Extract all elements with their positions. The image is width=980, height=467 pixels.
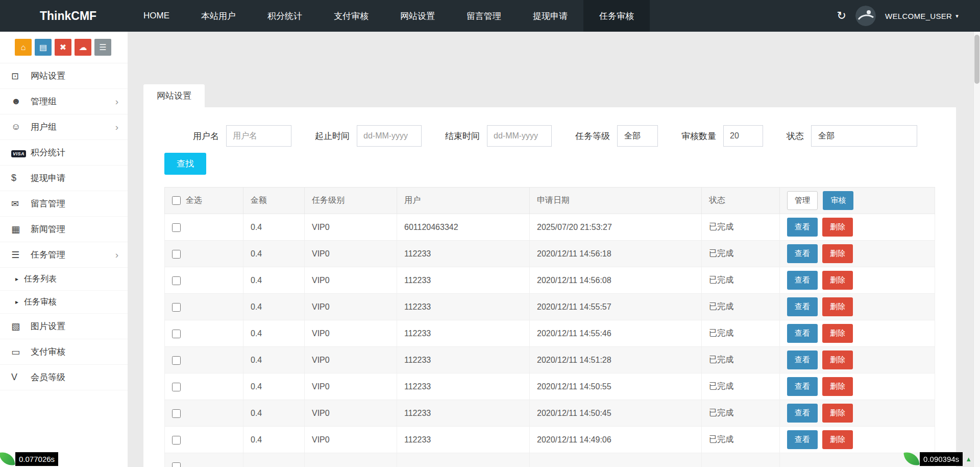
view-button[interactable]: 查看 bbox=[787, 297, 818, 316]
delete-button[interactable]: 删除 bbox=[822, 244, 853, 263]
row-checkbox[interactable] bbox=[172, 409, 181, 418]
sidebar-subitem-task-list[interactable]: ▸任务列表 bbox=[0, 268, 128, 291]
triangle-bullet-icon: ▸ bbox=[15, 275, 18, 283]
nav-item-task-audit[interactable]: 任务审核 bbox=[583, 0, 650, 32]
audit-count-input[interactable] bbox=[723, 125, 763, 147]
nav-item-payment-audit[interactable]: 支付审核 bbox=[318, 0, 384, 32]
status-cell: 已完成 bbox=[702, 214, 780, 241]
nav-item-points-stats[interactable]: 积分统计 bbox=[252, 0, 318, 32]
status-select[interactable]: 全部 bbox=[811, 125, 917, 147]
home-icon[interactable]: ⌂ bbox=[15, 39, 32, 56]
view-button[interactable]: 查看 bbox=[787, 404, 818, 423]
row-checkbox[interactable] bbox=[172, 436, 181, 445]
view-button[interactable]: 查看 bbox=[787, 218, 818, 237]
sidebar-item-points-stats[interactable]: VISA积分统计 bbox=[0, 140, 128, 166]
checkbox-cell bbox=[165, 453, 243, 467]
admin-group-icon: ☻ bbox=[11, 96, 31, 107]
sidebar-item-admin-group[interactable]: ☻管理组› bbox=[0, 89, 128, 114]
view-button[interactable]: 查看 bbox=[787, 244, 818, 263]
delete-button[interactable]: 删除 bbox=[822, 271, 853, 290]
actions-cell: 查看删除 bbox=[780, 400, 935, 427]
sidebar-item-member-level[interactable]: V会员等级 bbox=[0, 365, 128, 390]
audit-button[interactable]: 审核 bbox=[823, 191, 853, 210]
sidebar-item-task-management[interactable]: ☰任务管理› bbox=[0, 242, 128, 268]
status-header: 状态 bbox=[702, 188, 780, 214]
tab-site-settings[interactable]: 网站设置 bbox=[143, 84, 205, 107]
delete-button[interactable]: 删除 bbox=[822, 430, 853, 449]
row-checkbox[interactable] bbox=[172, 356, 181, 365]
sidebar-item-site-settings[interactable]: ⊡网站设置 bbox=[0, 63, 128, 89]
delete-button[interactable]: 删除 bbox=[822, 218, 853, 237]
table-row: 0.4VIP01122332020/12/11 14:50:45已完成查看删除 bbox=[165, 400, 935, 427]
view-button[interactable]: 查看 bbox=[787, 271, 818, 290]
expand-caret-icon[interactable]: ▲ bbox=[965, 455, 972, 463]
nav-item-home[interactable]: HOME bbox=[128, 0, 185, 32]
brand-logo[interactable]: ThinkCMF bbox=[0, 0, 128, 32]
row-checkbox[interactable] bbox=[172, 276, 181, 285]
actions-cell: 查看删除 bbox=[780, 347, 935, 373]
nav-item-withdrawal-request[interactable]: 提现申请 bbox=[517, 0, 583, 32]
status-cell: 已完成 bbox=[702, 320, 780, 347]
status-cell: 已完成 bbox=[702, 241, 780, 267]
user-cell: 112233 bbox=[397, 294, 530, 320]
view-button[interactable]: 查看 bbox=[787, 324, 818, 343]
table-row: 0.4VIP01122332020/12/11 14:55:46已完成查看删除 bbox=[165, 320, 935, 347]
sidebar-item-message-management[interactable]: ✉留言管理 bbox=[0, 191, 128, 217]
avatar[interactable] bbox=[855, 6, 876, 26]
delete-button[interactable]: 删除 bbox=[822, 351, 853, 369]
refresh-icon[interactable]: ↻ bbox=[837, 9, 846, 22]
scrollbar-thumb[interactable] bbox=[974, 35, 979, 84]
visa-icon: VISA bbox=[11, 147, 31, 158]
status-cell: 已完成 bbox=[702, 294, 780, 320]
sidebar-item-image-settings[interactable]: ▧图片设置 bbox=[0, 314, 128, 339]
list-icon[interactable]: ☰ bbox=[94, 39, 111, 56]
cloud-icon[interactable]: ☁ bbox=[75, 39, 91, 56]
welcome-user[interactable]: WELCOME_USER ▾ bbox=[885, 12, 959, 20]
delete-button[interactable]: 删除 bbox=[822, 297, 853, 316]
checkbox-cell bbox=[165, 267, 243, 294]
vertical-scrollbar[interactable] bbox=[973, 32, 980, 467]
username-input[interactable] bbox=[226, 125, 291, 147]
row-checkbox[interactable] bbox=[172, 303, 181, 312]
amount-header: 金额 bbox=[243, 188, 305, 214]
trash-icon[interactable]: ✖ bbox=[55, 39, 71, 56]
task-level-select[interactable]: 全部 bbox=[617, 125, 658, 147]
row-checkbox[interactable] bbox=[172, 383, 181, 391]
file-icon[interactable]: ▤ bbox=[35, 39, 52, 56]
task-level-cell: VIP0 bbox=[305, 294, 397, 320]
sidebar-subitem-task-audit[interactable]: ▸任务审核 bbox=[0, 291, 128, 314]
start-date-input[interactable] bbox=[357, 125, 422, 147]
select-all-checkbox[interactable] bbox=[172, 196, 181, 205]
checkbox-cell bbox=[165, 294, 243, 320]
status-cell: 已完成 bbox=[702, 267, 780, 294]
checkbox-cell bbox=[165, 347, 243, 373]
sidebar-item-withdrawal-request[interactable]: $提现申请 bbox=[0, 166, 128, 191]
delete-button[interactable]: 删除 bbox=[822, 324, 853, 343]
nav-item-site-settings[interactable]: 网站设置 bbox=[384, 0, 451, 32]
sidebar-item-user-group[interactable]: ☺用户组› bbox=[0, 114, 128, 140]
view-button[interactable]: 查看 bbox=[787, 351, 818, 369]
nav-item-site-users[interactable]: 本站用户 bbox=[185, 0, 252, 32]
task-level-cell bbox=[305, 453, 397, 467]
view-button[interactable]: 查看 bbox=[787, 377, 818, 396]
end-date-input[interactable] bbox=[487, 125, 552, 147]
search-button[interactable]: 查找 bbox=[164, 153, 206, 175]
row-checkbox[interactable] bbox=[172, 330, 181, 338]
delete-button[interactable]: 删除 bbox=[822, 377, 853, 396]
actions-cell: 查看删除 bbox=[780, 267, 935, 294]
nav-item-message-management[interactable]: 留言管理 bbox=[451, 0, 517, 32]
actions-cell: 查看删除 bbox=[780, 320, 935, 347]
delete-button[interactable]: 删除 bbox=[822, 404, 853, 423]
view-button[interactable]: 查看 bbox=[787, 430, 818, 449]
row-checkbox[interactable] bbox=[172, 223, 181, 232]
table-row: 0.4VIP06011204633422025/07/20 21:53:27已完… bbox=[165, 214, 935, 241]
sidebar-item-news-management[interactable]: ▦新闻管理 bbox=[0, 217, 128, 242]
actions-cell: 查看删除 bbox=[780, 241, 935, 267]
row-checkbox[interactable] bbox=[172, 462, 181, 467]
task-level-label: 任务等级 bbox=[575, 130, 610, 142]
content-panel: 用户名 起止时间 结束时间 任务等级 全部 审核数量 状态 全部 bbox=[143, 107, 956, 467]
navbar-right: ↻ WELCOME_USER ▾ bbox=[837, 0, 980, 32]
row-checkbox[interactable] bbox=[172, 250, 181, 259]
manage-button[interactable]: 管理 bbox=[787, 191, 818, 210]
sidebar-item-payment-audit[interactable]: ▭支付审核 bbox=[0, 339, 128, 365]
